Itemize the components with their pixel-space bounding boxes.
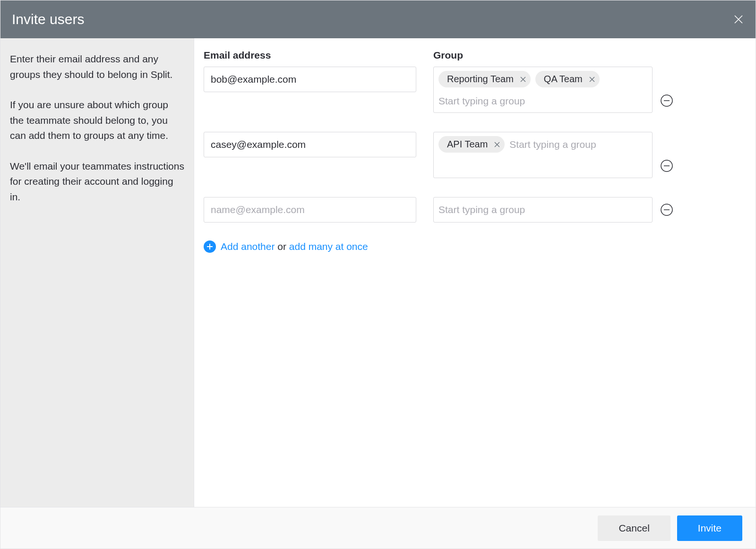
group-cell: API Team <box>433 132 673 178</box>
remove-chip-icon[interactable] <box>520 77 526 82</box>
email-field[interactable] <box>204 67 416 92</box>
cancel-button[interactable]: Cancel <box>598 515 670 541</box>
remove-row-icon[interactable] <box>660 94 673 107</box>
remove-row-icon[interactable] <box>660 159 673 172</box>
columns-header: Email address Group <box>204 50 739 61</box>
sidebar-para-2: If you are unsure about which group the … <box>10 97 184 144</box>
remove-row-icon[interactable] <box>660 203 673 216</box>
sidebar: Enter their email address and any groups… <box>0 38 194 507</box>
group-cell <box>433 197 673 223</box>
invite-row: API Team <box>204 132 739 178</box>
group-selector[interactable]: Reporting Team QA Team <box>433 67 653 113</box>
group-chip-label: Reporting Team <box>447 74 514 85</box>
email-field[interactable] <box>204 132 416 157</box>
invite-row: Reporting Team QA Team <box>204 67 739 113</box>
group-chip-label: QA Team <box>544 74 583 85</box>
plus-circle-icon[interactable] <box>204 240 216 253</box>
invite-button[interactable]: Invite <box>677 515 742 541</box>
main-panel: Email address Group Reporting Team <box>194 38 756 507</box>
email-field[interactable] <box>204 197 416 223</box>
group-chip: QA Team <box>535 71 600 87</box>
modal-header: Invite users <box>0 0 756 38</box>
or-text: or <box>275 241 289 252</box>
add-many-link[interactable]: add many at once <box>289 241 368 252</box>
group-cell: Reporting Team QA Team <box>433 67 673 113</box>
invite-users-modal: Invite users Enter their email address a… <box>0 0 756 549</box>
group-input[interactable] <box>438 93 647 110</box>
modal-body: Enter their email address and any groups… <box>0 38 756 507</box>
sidebar-para-3: We'll email your teammates instructions … <box>10 159 184 205</box>
group-selector[interactable] <box>433 197 653 223</box>
group-column-label: Group <box>433 50 653 61</box>
group-chip: Reporting Team <box>438 71 531 87</box>
modal-footer: Cancel Invite <box>0 507 756 549</box>
email-column-label: Email address <box>204 50 416 61</box>
close-icon[interactable] <box>733 14 744 25</box>
modal-title: Invite users <box>12 11 84 27</box>
remove-chip-icon[interactable] <box>589 77 595 82</box>
group-chip: API Team <box>438 136 505 153</box>
group-chip-label: API Team <box>447 139 488 150</box>
group-input[interactable] <box>438 201 647 218</box>
add-another-link[interactable]: Add another <box>221 241 275 252</box>
invite-rows: Reporting Team QA Team <box>204 67 739 223</box>
remove-chip-icon[interactable] <box>494 142 500 147</box>
group-input[interactable] <box>509 136 647 153</box>
invite-row <box>204 197 739 223</box>
group-selector[interactable]: API Team <box>433 132 653 178</box>
add-row-controls: Add another or add many at once <box>204 240 739 253</box>
sidebar-para-1: Enter their email address and any groups… <box>10 51 184 82</box>
